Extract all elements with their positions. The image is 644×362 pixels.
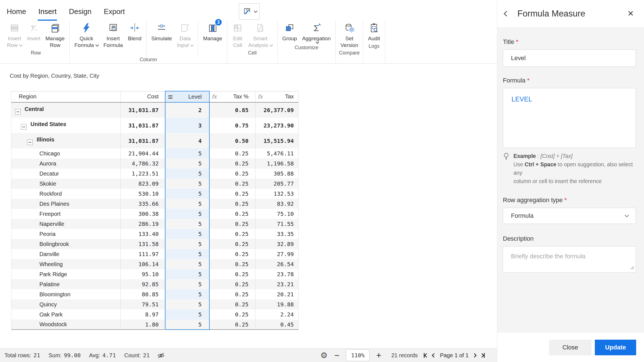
row-aggregation-select[interactable]: Formula [503,208,636,224]
region-cell[interactable]: Bloomington [11,289,121,299]
next-page-button[interactable] [473,354,476,357]
tax-pct-cell[interactable]: 0.50 [209,133,255,148]
last-page-button[interactable] [480,353,485,358]
tax-cell[interactable]: 23,273.90 [255,118,299,133]
region-cell[interactable]: Skokie [11,179,121,189]
first-page-button[interactable] [424,353,428,358]
close-button[interactable]: Close [549,340,591,355]
cost-cell[interactable]: 31,031.87 [121,118,165,133]
settings-gear-icon[interactable]: ⚙ [320,351,328,359]
level-cell[interactable]: 5 [165,269,209,279]
level-cell[interactable]: 5 [165,189,209,199]
cost-cell[interactable]: 1.80 [121,320,165,330]
tax-pct-cell[interactable]: 0.25 [209,239,255,249]
cost-cell[interactable]: 106.14 [121,259,165,269]
manage-columns-button[interactable]: 3Manage [200,21,225,42]
region-cell[interactable]: United States [11,118,121,133]
tax-pct-cell[interactable]: 0.25 [209,179,255,189]
tax-cell[interactable]: 75.10 [255,209,299,219]
level-cell[interactable]: 5 [165,179,209,189]
level-cell[interactable]: 5 [165,249,209,259]
tax-cell[interactable]: 26.54 [255,259,299,269]
region-cell[interactable]: Freeport [11,209,121,219]
region-cell[interactable]: Woodstock [11,320,121,330]
tax-cell[interactable]: 83.92 [255,199,299,209]
tax-pct-cell[interactable]: 0.25 [209,299,255,309]
tax-cell[interactable]: 132.53 [255,189,299,199]
back-chevron-icon[interactable] [504,11,509,16]
insert-formula-button[interactable]: InsertFormula [101,21,126,49]
region-cell[interactable]: Chicago [11,148,121,158]
level-cell[interactable]: 5 [165,320,209,330]
column-header-tax[interactable]: fx Tax [255,91,299,102]
level-cell[interactable]: 5 [165,259,209,269]
region-cell[interactable]: Wheeling [11,259,121,269]
zoom-in-button[interactable]: + [376,351,381,360]
cost-cell[interactable]: 4,786.32 [121,158,165,169]
region-cell[interactable]: Central [11,102,121,118]
level-cell[interactable]: 5 [165,219,209,229]
title-input[interactable] [503,49,636,67]
level-cell[interactable]: 5 [165,199,209,209]
description-textarea[interactable] [503,247,636,272]
region-cell[interactable]: Rockford [11,189,121,199]
tax-pct-cell[interactable]: 0.25 [209,269,255,279]
column-header-level[interactable]: Level [165,91,209,102]
cost-cell[interactable]: 31,031.87 [121,102,165,118]
cost-cell[interactable]: 1,223.51 [121,169,165,179]
cost-cell[interactable]: 300.38 [121,209,165,219]
tax-cell[interactable]: 23.21 [255,279,299,289]
level-cell[interactable]: 5 [165,158,209,169]
update-button[interactable]: Update [595,340,636,355]
tax-cell[interactable]: 20.21 [255,289,299,299]
tax-cell[interactable]: 205.77 [255,179,299,189]
region-cell[interactable]: Decatur [11,169,121,179]
close-icon[interactable]: ✕ [628,9,634,18]
region-cell[interactable]: Oak Park [11,309,121,320]
level-cell[interactable]: 5 [165,299,209,309]
cost-cell[interactable]: 111.97 [121,249,165,259]
tax-cell[interactable]: 2.24 [255,309,299,320]
tax-cell[interactable]: 1,196.58 [255,158,299,169]
cost-cell[interactable]: 133.40 [121,229,165,239]
tab-export[interactable]: Export [104,7,125,20]
cost-cell[interactable]: 286.19 [121,219,165,229]
zoom-out-button[interactable]: − [334,351,339,360]
region-cell[interactable]: Bolingbrook [11,239,121,249]
resize-handle-icon[interactable] [630,266,634,271]
layout-edit-button[interactable] [239,3,260,20]
tax-cell[interactable]: 19.88 [255,299,299,309]
tax-cell[interactable]: 26,377.09 [255,102,299,118]
tax-pct-cell[interactable]: 0.25 [209,158,255,169]
column-header-tax-pct[interactable]: fx Tax % [209,91,255,102]
region-cell[interactable]: Des Plaines [11,199,121,209]
level-cell[interactable]: 5 [165,289,209,299]
tax-cell[interactable]: 27.99 [255,249,299,259]
tax-pct-cell[interactable]: 0.25 [209,189,255,199]
tax-pct-cell[interactable]: 0.25 [209,219,255,229]
manage-row-button[interactable]: ManageRow [43,21,67,49]
tax-pct-cell[interactable]: 0.25 [209,320,255,330]
group-button[interactable]: Group [280,21,300,42]
tax-cell[interactable]: 5,476.11 [255,148,299,158]
level-cell[interactable]: 5 [165,239,209,249]
level-cell[interactable]: 5 [165,229,209,239]
tax-pct-cell[interactable]: 0.25 [209,229,255,239]
level-cell[interactable]: 4 [165,133,209,148]
level-cell[interactable]: 3 [165,118,209,133]
tax-cell[interactable]: 71.55 [255,219,299,229]
zoom-level-input[interactable] [346,349,370,361]
cost-cell[interactable]: 131.58 [121,239,165,249]
cost-cell[interactable]: 80.85 [121,289,165,299]
level-cell[interactable]: 5 [165,309,209,320]
cost-cell[interactable]: 95.10 [121,269,165,279]
cost-cell[interactable]: 92.85 [121,279,165,289]
cost-cell[interactable]: 21,904.44 [121,148,165,158]
tax-cell[interactable]: 32.89 [255,239,299,249]
audit-button[interactable]: Audit [365,21,382,42]
column-menu-icon[interactable] [168,94,172,100]
level-cell[interactable]: 2 [165,102,209,118]
level-cell[interactable]: 5 [165,279,209,289]
previous-page-button[interactable] [432,354,435,357]
tab-insert[interactable]: Insert [38,7,56,20]
